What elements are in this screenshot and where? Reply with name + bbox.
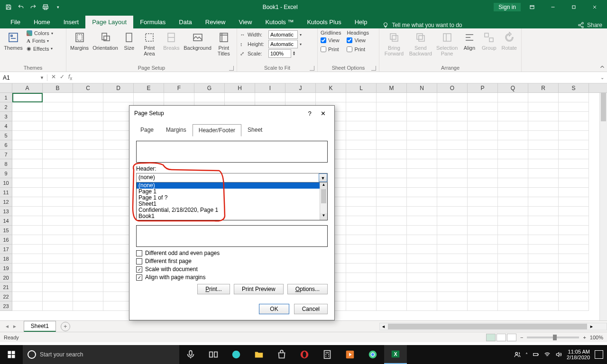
save-icon[interactable] xyxy=(4,2,13,12)
cell[interactable] xyxy=(468,292,498,301)
column-header[interactable]: G xyxy=(194,83,225,92)
cell[interactable] xyxy=(407,121,437,131)
taskbar-clock[interactable]: 11:05 AM2/18/2020 xyxy=(567,349,590,360)
cell[interactable] xyxy=(12,140,43,150)
cell[interactable] xyxy=(498,254,528,264)
margins-button[interactable]: Margins xyxy=(69,30,90,57)
cell[interactable] xyxy=(498,112,528,121)
cell[interactable] xyxy=(346,301,377,311)
cell[interactable] xyxy=(73,207,103,216)
cell[interactable] xyxy=(346,131,377,140)
column-header[interactable]: R xyxy=(528,83,559,92)
cell[interactable] xyxy=(528,254,559,264)
cell[interactable] xyxy=(346,207,377,216)
cell[interactable] xyxy=(559,282,589,292)
cell[interactable] xyxy=(346,273,377,282)
cell[interactable] xyxy=(528,102,559,112)
row-header[interactable]: 18 xyxy=(0,254,12,264)
cell[interactable] xyxy=(498,131,528,140)
cell[interactable] xyxy=(377,121,407,131)
pagesetup-launcher[interactable] xyxy=(229,66,234,71)
cell[interactable] xyxy=(12,292,43,301)
action-center-icon[interactable] xyxy=(595,350,603,359)
row-header[interactable]: 19 xyxy=(0,264,12,273)
cell[interactable] xyxy=(407,188,437,197)
height-input[interactable] xyxy=(268,40,298,48)
cell[interactable] xyxy=(12,131,43,140)
cell[interactable] xyxy=(73,150,103,159)
cell[interactable] xyxy=(437,121,468,131)
cell[interactable] xyxy=(346,112,377,121)
cell[interactable] xyxy=(346,245,377,254)
cell[interactable] xyxy=(73,121,103,131)
new-sheet-button[interactable]: + xyxy=(61,322,70,331)
column-header[interactable]: L xyxy=(346,83,377,92)
cell[interactable] xyxy=(468,273,498,282)
cell[interactable] xyxy=(468,93,498,102)
tell-me-search[interactable]: Tell me what you want to do xyxy=(382,22,462,28)
cell[interactable] xyxy=(528,112,559,121)
cell[interactable] xyxy=(468,178,498,188)
tray-chevron-icon[interactable]: ˄ xyxy=(525,352,528,357)
minimize-button[interactable] xyxy=(543,0,562,14)
normal-view-button[interactable] xyxy=(486,334,496,341)
cell[interactable] xyxy=(498,159,528,169)
cell[interactable] xyxy=(528,245,559,254)
cell[interactable] xyxy=(407,178,437,188)
tab-formulas[interactable]: Formulas xyxy=(133,16,172,28)
cell[interactable] xyxy=(437,178,468,188)
cancel-formula-icon[interactable]: ✕ xyxy=(51,73,56,81)
check-align[interactable]: ✓Align with page margins xyxy=(136,274,328,281)
cell[interactable] xyxy=(43,282,73,292)
dialog-help-button[interactable]: ? xyxy=(303,110,316,117)
cell[interactable] xyxy=(377,197,407,207)
cell[interactable] xyxy=(346,93,377,102)
cell[interactable] xyxy=(346,188,377,197)
row-header[interactable]: 9 xyxy=(0,169,12,178)
zoom-slider[interactable] xyxy=(527,337,579,338)
cell[interactable] xyxy=(12,226,43,235)
cell[interactable] xyxy=(468,207,498,216)
cell[interactable] xyxy=(346,292,377,301)
cell[interactable] xyxy=(468,197,498,207)
align-button[interactable]: Align xyxy=(461,30,478,57)
cell[interactable] xyxy=(528,264,559,273)
cell[interactable] xyxy=(377,112,407,121)
row-header[interactable]: 13 xyxy=(0,207,12,216)
cell[interactable] xyxy=(43,93,73,102)
expand-formula-bar-icon[interactable]: ⌄ xyxy=(598,75,607,80)
cell[interactable] xyxy=(528,121,559,131)
row-header[interactable]: 8 xyxy=(0,159,12,169)
cell[interactable] xyxy=(346,226,377,235)
cell[interactable] xyxy=(73,292,103,301)
cell[interactable] xyxy=(73,131,103,140)
cell[interactable] xyxy=(437,159,468,169)
cell[interactable] xyxy=(43,150,73,159)
cell[interactable] xyxy=(407,207,437,216)
cell[interactable] xyxy=(437,264,468,273)
dialog-tab-header-footer[interactable]: Header/Footer xyxy=(193,124,241,136)
cell[interactable] xyxy=(559,207,589,216)
cell[interactable] xyxy=(255,93,285,102)
row-header[interactable]: 12 xyxy=(0,197,12,207)
cell[interactable] xyxy=(468,121,498,131)
options-button[interactable]: Options... xyxy=(287,284,328,294)
cell[interactable] xyxy=(559,226,589,235)
row-header[interactable]: 5 xyxy=(0,131,12,140)
cell[interactable] xyxy=(134,93,164,102)
share-button[interactable]: Share xyxy=(587,22,602,28)
excel-taskbar-icon[interactable]: X xyxy=(384,345,407,364)
gridlines-view-check[interactable]: View xyxy=(321,36,341,45)
cell[interactable] xyxy=(498,264,528,273)
scale-input[interactable] xyxy=(268,49,291,58)
start-button[interactable] xyxy=(0,345,23,364)
column-header[interactable]: D xyxy=(103,83,134,92)
cell[interactable] xyxy=(498,226,528,235)
media-player-icon[interactable] xyxy=(339,345,361,364)
cell[interactable] xyxy=(437,169,468,178)
cell[interactable] xyxy=(346,169,377,178)
row-header[interactable]: 1 xyxy=(0,93,12,102)
cell[interactable] xyxy=(498,207,528,216)
cell[interactable] xyxy=(346,282,377,292)
background-button[interactable]: Background xyxy=(184,30,212,57)
